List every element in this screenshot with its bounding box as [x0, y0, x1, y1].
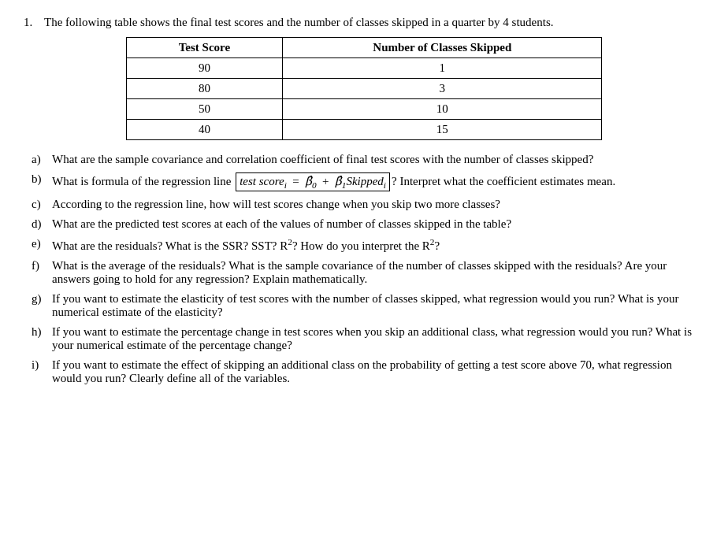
table-cell-r2-c1: 10 — [283, 99, 602, 120]
part-d: d) What are the predicted test scores at… — [32, 217, 704, 231]
part-h-label: h) — [32, 325, 49, 339]
part-h-text: If you want to estimate the percentage c… — [52, 325, 704, 352]
question-container: 1. The following table shows the final t… — [24, 16, 704, 385]
part-h: h) If you want to estimate the percentag… — [32, 325, 704, 352]
parts-container: a) What are the sample covariance and co… — [32, 153, 704, 385]
table-cell-r2-c0: 50 — [126, 99, 283, 120]
part-e-label: e) — [32, 237, 49, 250]
table-cell-r3-c0: 40 — [126, 120, 283, 140]
part-d-label: d) — [32, 217, 49, 231]
part-a: a) What are the sample covariance and co… — [32, 153, 704, 166]
part-b-text: What is formula of the regression line t… — [52, 172, 704, 191]
table-header-row: Test Score Number of Classes Skipped — [126, 38, 602, 58]
part-g-text: If you want to estimate the elasticity o… — [52, 292, 704, 319]
table-cell-r0-c0: 90 — [126, 58, 283, 79]
part-c-label: c) — [32, 198, 49, 211]
part-f-label: f) — [32, 259, 49, 273]
part-d-text: What are the predicted test scores at ea… — [52, 217, 704, 231]
table-cell-r1-c0: 80 — [126, 79, 283, 99]
table-cell-r0-c1: 1 — [283, 58, 602, 79]
part-c: c) According to the regression line, how… — [32, 198, 704, 211]
regression-formula: test scorei = β̂0 + β̂1Skippedi — [236, 172, 390, 191]
part-b: b) What is formula of the regression lin… — [32, 172, 704, 191]
part-f-text: What is the average of the residuals? Wh… — [52, 259, 704, 286]
part-f: f) What is the average of the residuals?… — [32, 259, 704, 286]
table-row: 901 — [126, 58, 602, 79]
part-i: i) If you want to estimate the effect of… — [32, 358, 704, 385]
col-header-test-score: Test Score — [126, 38, 283, 58]
table-row: 803 — [126, 79, 602, 99]
part-a-text: What are the sample covariance and corre… — [52, 153, 704, 166]
part-i-text: If you want to estimate the effect of sk… — [52, 358, 704, 385]
question-number-label: 1. — [24, 16, 39, 29]
question-intro-text: The following table shows the final test… — [44, 16, 704, 29]
part-e: e) What are the residuals? What is the S… — [32, 237, 704, 253]
table-cell-r1-c1: 3 — [283, 79, 602, 99]
part-i-label: i) — [32, 358, 49, 372]
part-e-text: What are the residuals? What is the SSR?… — [52, 237, 704, 253]
col-header-classes-skipped: Number of Classes Skipped — [283, 38, 602, 58]
part-g: g) If you want to estimate the elasticit… — [32, 292, 704, 319]
table-row: 4015 — [126, 120, 602, 140]
table-cell-r3-c1: 15 — [283, 120, 602, 140]
part-a-label: a) — [32, 153, 49, 166]
table-row: 5010 — [126, 99, 602, 120]
part-g-label: g) — [32, 292, 49, 306]
question-header: 1. The following table shows the final t… — [24, 16, 704, 29]
part-b-label: b) — [32, 172, 49, 186]
data-table: Test Score Number of Classes Skipped 901… — [126, 37, 603, 140]
part-c-text: According to the regression line, how wi… — [52, 198, 704, 211]
